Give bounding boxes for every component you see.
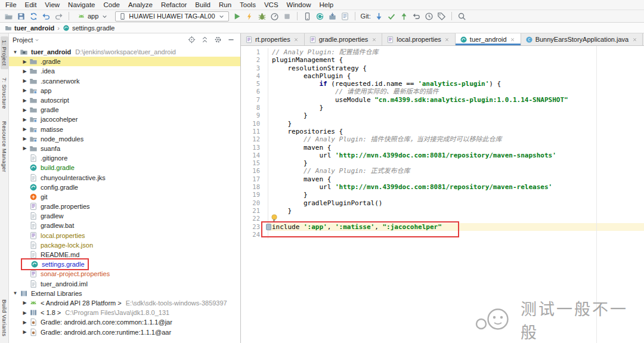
code-text[interactable]: // 请使用实际的、最新版本的插件: [268, 88, 644, 95]
tree-expand-arrow[interactable]: ▶: [21, 117, 29, 122]
collapse-all-button[interactable]: [199, 35, 210, 45]
tree-item-build-gradle[interactable]: build.gradle: [9, 163, 240, 172]
code-text[interactable]: gradlePluginPortal(): [268, 199, 644, 207]
menu-file[interactable]: File: [1, 1, 21, 9]
tree-item-tuer-android-iml[interactable]: tuer_android.iml: [9, 279, 240, 289]
locate-file-button[interactable]: [186, 35, 197, 45]
open-project-button[interactable]: [2, 11, 15, 21]
menu-view[interactable]: View: [41, 1, 64, 9]
tree-item-node-modules[interactable]: ▶node_modules: [9, 134, 240, 144]
tree-item-gradle-android-arch-core-runtime-1-1-1-aar[interactable]: ▶Gradle: android.arch.core:runtime:1.1.1…: [9, 327, 240, 336]
editor-tab-rt-properties[interactable]: rt.properties: [241, 33, 305, 45]
tree-expand-arrow[interactable]: ▶: [21, 300, 29, 305]
close-tab-icon[interactable]: [509, 36, 516, 43]
close-tab-icon[interactable]: [293, 36, 300, 43]
tree-expand-arrow[interactable]: ▶: [21, 320, 29, 325]
undo-button[interactable]: [40, 11, 52, 21]
tree-item-tuer-android[interactable]: ▼tuer_androidD:\jenkins\workspace\tuer_a…: [9, 47, 240, 57]
code-text[interactable]: pluginManagement {: [268, 56, 644, 64]
tree-expand-arrow[interactable]: ▶: [21, 59, 29, 64]
code-text[interactable]: url 'http://mvn.4399doc.com:8081/reposit…: [268, 152, 644, 159]
tree-expand-arrow[interactable]: ▶: [21, 88, 29, 93]
code-text[interactable]: useModule "cn.m4399.sdk:analytics-plugin…: [268, 96, 644, 104]
menu-window[interactable]: Window: [283, 1, 315, 9]
code-text[interactable]: }: [268, 120, 644, 128]
tool-window-button-7-structure[interactable]: 7: Structure: [1, 74, 8, 113]
tree-item-settings-gradle[interactable]: settings.gradle: [9, 259, 240, 269]
sync-button[interactable]: [27, 11, 40, 21]
tree-expand-arrow[interactable]: ▼: [11, 50, 19, 55]
tree-item-idea[interactable]: ▶.idea: [9, 66, 240, 76]
code-text[interactable]: if (requested.id.name == 'analytics-plug…: [268, 80, 644, 88]
tree-item-chunyouinteractive-jks[interactable]: chunyouInteractive.jks: [9, 172, 240, 182]
tree-expand-arrow[interactable]: ▶: [21, 146, 29, 151]
apply-changes-button[interactable]: [243, 11, 256, 21]
menu-help[interactable]: Help: [315, 1, 338, 9]
tree-expand-arrow[interactable]: ▶: [21, 136, 29, 141]
code-text[interactable]: // Analy Plugin: 插件快照仓库，当对接完成时可以移除此仓库: [268, 135, 644, 143]
close-tab-icon[interactable]: [631, 36, 638, 43]
menu-navigate[interactable]: Navigate: [64, 1, 99, 9]
project-view-selector[interactable]: Project: [13, 36, 40, 44]
tree-expand-arrow[interactable]: ▶: [21, 107, 29, 113]
menu-run[interactable]: Run: [215, 1, 236, 9]
menu-build[interactable]: Build: [191, 1, 215, 9]
menu-vcs[interactable]: VCS: [260, 1, 283, 9]
tree-item-app[interactable]: ▶app: [9, 86, 240, 95]
editor-tab-tuer-android[interactable]: tuer_android: [456, 33, 521, 45]
save-all-button[interactable]: [15, 11, 27, 21]
device-select[interactable]: HUAWEI HUAWEI TAG-AL00: [115, 11, 228, 21]
tree-item-android-api-28-platform[interactable]: ▶< Android API 28 Platform >E:\sdk\sdk-t…: [9, 298, 240, 308]
editor[interactable]: 1// Analy Plugin: 配置插件仓库2pluginManagemen…: [241, 46, 644, 343]
tool-window-button-1-project[interactable]: 1: Project: [1, 36, 8, 69]
tree-item-git[interactable]: git: [9, 192, 240, 202]
code-text[interactable]: eachPlugin {: [268, 72, 644, 80]
code-text[interactable]: }: [268, 207, 644, 215]
code-text[interactable]: }: [268, 191, 644, 199]
code-text[interactable]: maven {: [268, 175, 644, 183]
tree-item-local-properties[interactable]: local.properties: [9, 231, 240, 240]
code-text[interactable]: maven {: [268, 144, 644, 152]
tree-expand-arrow[interactable]: ▶: [21, 126, 29, 132]
git-update-button[interactable]: [373, 11, 385, 21]
stop-button[interactable]: [281, 11, 293, 21]
editor-tab-gradle-properties[interactable]: gradle.properties: [305, 33, 383, 45]
tree-item-gradlew-bat[interactable]: gradlew.bat: [9, 221, 240, 230]
git-tag-button[interactable]: [435, 11, 448, 21]
menu-edit[interactable]: Edit: [21, 1, 41, 9]
git-history-button[interactable]: [423, 11, 435, 21]
git-push-button[interactable]: [398, 11, 410, 21]
tree-item-1-8[interactable]: ▶< 1.8 >C:\Program Files\Java\jdk1.8.0_1…: [9, 308, 240, 317]
tree-item-matisse[interactable]: ▶matisse: [9, 125, 240, 134]
tree-item-gradle[interactable]: ▶gradle: [9, 105, 240, 115]
tree-item-gradle-properties[interactable]: gradle.properties: [9, 202, 240, 211]
tree-expand-arrow[interactable]: ▶: [21, 78, 29, 84]
panel-settings-button[interactable]: [212, 35, 224, 45]
menu-tools[interactable]: Tools: [236, 1, 260, 9]
tree-item-gradlew[interactable]: gradlew: [9, 211, 240, 221]
breadcrumb-file[interactable]: settings.gradle: [63, 24, 115, 32]
code-text[interactable]: // Analy Plugin: 正式发布仓库: [268, 167, 644, 175]
tree-item-external-libraries[interactable]: ▼External Libraries: [9, 289, 240, 298]
git-commit-button[interactable]: [385, 11, 398, 21]
tree-expand-arrow[interactable]: ▶: [21, 329, 29, 335]
debug-button[interactable]: [256, 11, 268, 21]
menu-refactor[interactable]: Refactor: [157, 1, 191, 9]
code-text[interactable]: resolutionStrategy {: [268, 64, 644, 72]
tree-item-gitignore[interactable]: .gitignore: [9, 153, 240, 163]
tree-expand-arrow[interactable]: ▼: [11, 291, 19, 296]
tree-item-sonar-project-properties[interactable]: sonar-project.properties: [9, 269, 240, 279]
git-rollback-button[interactable]: [410, 11, 423, 21]
tree-expand-arrow[interactable]: ▶: [21, 98, 29, 103]
close-tab-icon[interactable]: [370, 36, 377, 43]
avd-manager-button[interactable]: [301, 11, 314, 21]
run-config-select[interactable]: app: [75, 11, 112, 21]
run-button[interactable]: [231, 11, 243, 21]
tree-item-package-lock-json[interactable]: package-lock.json: [9, 240, 240, 250]
code-text[interactable]: }: [268, 104, 644, 112]
search-everywhere-button[interactable]: [456, 11, 468, 21]
profiler-button[interactable]: [268, 11, 281, 21]
tool-window-button-resource-manager[interactable]: Resource Manager: [1, 118, 8, 176]
tree-item-suanfa[interactable]: ▶suanfa: [9, 144, 240, 153]
redo-button[interactable]: [52, 11, 65, 21]
